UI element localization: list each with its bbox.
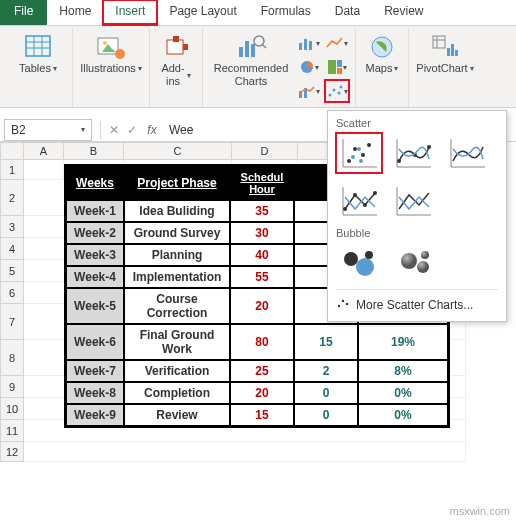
bubble-option-3d[interactable] — [392, 243, 438, 283]
bubble-option-2d[interactable] — [336, 243, 382, 283]
svg-rect-34 — [447, 48, 450, 56]
ribbon-tabs: File Home Insert Page Layout Formulas Da… — [0, 0, 516, 26]
bubble-section-label: Bubble — [336, 227, 498, 239]
row-header[interactable]: 11 — [0, 420, 24, 442]
maps-button[interactable]: Maps▾ — [362, 28, 402, 75]
svg-point-57 — [363, 203, 367, 207]
chart-type-grid: ▾ ▾ ▾ ▾ ▾ ▾ — [297, 32, 349, 102]
scatter-option-smooth-lines[interactable] — [444, 133, 490, 173]
tab-pagelayout[interactable]: Page Layout — [157, 0, 248, 25]
svg-point-62 — [356, 258, 374, 276]
row-header[interactable]: 6 — [0, 282, 24, 304]
row-header[interactable]: 10 — [0, 398, 24, 420]
col-header-A[interactable]: A — [24, 142, 64, 160]
more-scatter-charts-link[interactable]: More Scatter Charts... — [336, 289, 498, 313]
table-row[interactable]: Week-8Completion2000% — [66, 382, 448, 404]
pie-chart-button[interactable]: ▾ — [297, 56, 321, 78]
svg-rect-14 — [251, 44, 255, 57]
group-illustrations: Illustrations▾ — [73, 28, 150, 107]
scatter-option-markers[interactable] — [336, 133, 382, 173]
pivotchart-button[interactable]: PivotChart▾ — [415, 28, 475, 75]
th-phase: Project Phase — [124, 166, 230, 200]
recommended-charts-button[interactable]: Recommended Charts — [209, 28, 293, 88]
recommended-charts-icon — [235, 32, 267, 62]
chevron-down-icon[interactable]: ▾ — [81, 125, 85, 134]
fx-icon[interactable]: fx — [141, 123, 163, 137]
illustrations-label: Illustrations — [80, 62, 136, 75]
row-header[interactable]: 3 — [0, 216, 24, 238]
row-header[interactable]: 4 — [0, 238, 24, 260]
watermark: msxwin.com — [449, 505, 510, 517]
row-header[interactable]: 7 — [0, 304, 24, 340]
svg-point-7 — [103, 41, 107, 45]
chevron-down-icon: ▾ — [394, 62, 398, 75]
svg-point-45 — [357, 147, 361, 151]
name-box-value: B2 — [11, 123, 26, 137]
col-header-C[interactable]: C — [124, 142, 232, 160]
combo-chart-button[interactable]: ▾ — [297, 80, 321, 102]
th-weeks: Weeks — [66, 166, 124, 200]
th-sched: SchedulHour — [230, 166, 294, 200]
more-scatter-label: More Scatter Charts... — [356, 298, 473, 312]
enter-formula-button[interactable]: ✓ — [123, 123, 141, 137]
row-header[interactable]: 1 — [0, 160, 24, 180]
svg-rect-31 — [433, 36, 445, 48]
svg-rect-0 — [26, 36, 50, 56]
scatter-dropdown-popup: Scatter Bubble — [327, 110, 507, 322]
line-chart-button[interactable]: ▾ — [325, 32, 349, 54]
scatter-option-smooth-lines-markers[interactable] — [390, 133, 436, 173]
svg-rect-19 — [309, 41, 312, 50]
svg-rect-11 — [183, 44, 188, 50]
svg-point-64 — [401, 253, 417, 269]
tab-review[interactable]: Review — [372, 0, 435, 25]
tab-file[interactable]: File — [0, 0, 47, 25]
row-header[interactable]: 8 — [0, 340, 24, 376]
svg-point-26 — [329, 94, 332, 97]
addins-icon — [163, 32, 189, 62]
svg-rect-21 — [328, 60, 336, 74]
col-header-B[interactable]: B — [64, 142, 124, 160]
row-header[interactable]: 12 — [0, 442, 24, 462]
select-all-corner[interactable] — [0, 142, 24, 160]
group-charts: Recommended Charts ▾ ▾ ▾ ▾ ▾ ▾ — [203, 28, 356, 107]
tab-home[interactable]: Home — [47, 0, 103, 25]
addins-button[interactable]: Add- ins▾ — [156, 28, 196, 88]
cancel-formula-button[interactable]: ✕ — [105, 123, 123, 137]
table-row[interactable]: Week-9Review1500% — [66, 404, 448, 426]
maps-label: Maps — [366, 62, 393, 75]
svg-rect-12 — [239, 47, 243, 57]
tab-data[interactable]: Data — [323, 0, 372, 25]
svg-point-40 — [353, 147, 357, 151]
svg-rect-17 — [299, 43, 302, 50]
row-header[interactable]: 2 — [0, 180, 24, 216]
group-pivotchart: PivotChart▾ — [409, 28, 481, 107]
svg-rect-36 — [455, 50, 458, 56]
svg-line-16 — [262, 44, 266, 48]
scatter-option-straight-lines[interactable] — [390, 181, 436, 221]
tables-button[interactable]: Tables▾ — [10, 28, 66, 75]
row-header[interactable]: 5 — [0, 260, 24, 282]
scatter-option-straight-lines-markers[interactable] — [336, 181, 382, 221]
row-header[interactable]: 9 — [0, 376, 24, 398]
tab-formulas[interactable]: Formulas — [249, 0, 323, 25]
table-row[interactable]: Week-7Verification2528% — [66, 360, 448, 382]
svg-point-41 — [361, 153, 365, 157]
column-chart-button[interactable]: ▾ — [297, 32, 321, 54]
illustrations-button[interactable]: Illustrations▾ — [79, 28, 143, 75]
svg-point-55 — [343, 207, 347, 211]
col-header-D[interactable]: D — [232, 142, 298, 160]
name-box[interactable]: B2 ▾ — [4, 119, 92, 141]
svg-point-27 — [333, 89, 336, 92]
svg-rect-13 — [245, 41, 249, 57]
tables-label: Tables — [19, 62, 51, 75]
svg-rect-18 — [304, 39, 307, 50]
tab-insert[interactable]: Insert — [103, 0, 157, 25]
svg-point-67 — [338, 305, 340, 307]
addins-label: Add- ins — [161, 62, 184, 88]
svg-rect-9 — [167, 40, 183, 54]
table-row[interactable]: Week-6Final Ground Work801519% — [66, 324, 448, 360]
scatter-chart-button[interactable]: ▾ — [325, 80, 349, 102]
treemap-button[interactable]: ▾ — [325, 56, 349, 78]
svg-point-50 — [427, 145, 431, 149]
pivotchart-label: PivotChart — [416, 62, 467, 75]
